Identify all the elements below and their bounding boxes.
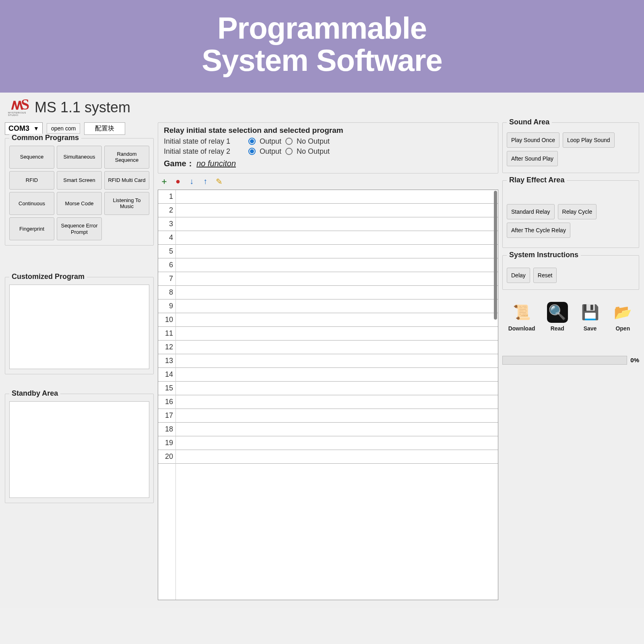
prog-seq-error-prompt[interactable]: Sequence Error Prompt — [57, 217, 102, 240]
relay1-no-output-label: No Output — [297, 137, 330, 146]
grid-row-number: 12 — [158, 341, 175, 354]
open-icon: 📂 — [612, 302, 633, 323]
relay1-no-output-radio[interactable] — [285, 138, 293, 145]
relay-state-title: Relay initial state selection and select… — [164, 126, 492, 135]
relay2-no-output-label: No Output — [297, 147, 330, 156]
prog-random-sequence[interactable]: Random Sequence — [104, 146, 149, 169]
download-action[interactable]: 📜 Download — [508, 302, 535, 332]
grid-row[interactable] — [176, 368, 498, 382]
save-action[interactable]: 💾 Save — [580, 302, 601, 332]
remove-icon[interactable]: ● — [173, 177, 183, 186]
read-action[interactable]: 🔍 Read — [547, 302, 568, 332]
common-programs-title: Common Programs — [9, 134, 81, 142]
grid-row[interactable] — [176, 382, 498, 395]
grid-row[interactable] — [176, 204, 498, 217]
action-row: 📜 Download 🔍 Read 💾 Save 📂 Open — [502, 302, 639, 332]
grid-row[interactable] — [176, 409, 498, 423]
common-programs-group: Common Programs Sequence Simultaneous Ra… — [5, 138, 154, 246]
logo-glyph: ʍS — [11, 98, 27, 110]
customized-program-area[interactable] — [9, 285, 149, 369]
after-sound-play-button[interactable]: After Sound Play — [507, 151, 558, 166]
relay2-no-output-radio[interactable] — [285, 148, 293, 155]
prog-rfid-multi-card[interactable]: RFID Multi Card — [104, 171, 149, 190]
grid-row-number: 8 — [158, 286, 175, 299]
grid-row[interactable] — [176, 436, 498, 450]
reset-button[interactable]: Reset — [533, 268, 557, 283]
grid-row-number: 9 — [158, 299, 175, 313]
grid-row[interactable] — [176, 286, 498, 299]
prog-morse-code[interactable]: Morse Code — [57, 192, 102, 215]
prog-continuous[interactable]: Continuous — [9, 192, 54, 215]
config-block-field[interactable]: 配置块 — [84, 122, 125, 135]
relay1-output-label: Output — [260, 137, 281, 146]
system-instructions-group: System Instructions Delay Reset — [502, 255, 639, 290]
grid-scrollbar[interactable] — [494, 191, 497, 320]
prog-smart-screen[interactable]: Smart Screen — [57, 171, 102, 190]
grid-row[interactable] — [176, 231, 498, 245]
after-cycle-relay-button[interactable]: After The Cycle Relay — [507, 223, 570, 238]
wand-icon[interactable]: ✎ — [214, 177, 224, 186]
app-title: MS 1.1 system — [35, 99, 130, 116]
play-sound-once-button[interactable]: Play Sound Once — [507, 132, 559, 148]
relay1-output-radio[interactable] — [248, 138, 256, 145]
progress-wrap: 0% — [502, 356, 639, 365]
grid-row[interactable] — [176, 423, 498, 436]
standby-area-group: Standby Area — [5, 394, 154, 503]
prog-simultaneous[interactable]: Simultaneous — [57, 146, 102, 169]
download-icon: 📜 — [511, 302, 532, 323]
grid-row-number: 7 — [158, 272, 175, 286]
delay-button[interactable]: Delay — [507, 268, 530, 283]
grid-row-number: 3 — [158, 217, 175, 231]
grid-row[interactable] — [176, 313, 498, 327]
com-port-select[interactable]: COM3▼ — [5, 122, 43, 135]
game-value: no funciton — [196, 159, 236, 168]
prog-fingerprint[interactable]: Fingerprint — [9, 217, 54, 240]
grid-row[interactable] — [176, 299, 498, 313]
relay-state-group: Relay initial state selection and select… — [158, 122, 498, 173]
prog-rfid[interactable]: RFID — [9, 171, 54, 190]
grid-row[interactable] — [176, 190, 498, 204]
grid-row[interactable] — [176, 258, 498, 272]
grid-row-number: 13 — [158, 354, 175, 368]
standby-area-title: Standby Area — [9, 389, 60, 398]
grid-row-number: 1 — [158, 190, 175, 204]
sound-area-title: Sound Area — [507, 118, 552, 126]
grid-row[interactable] — [176, 395, 498, 409]
grid-row[interactable] — [176, 272, 498, 286]
grid-row[interactable] — [176, 327, 498, 341]
open-com-button[interactable]: open com — [47, 123, 80, 134]
save-icon: 💾 — [580, 302, 601, 323]
grid-row[interactable] — [176, 354, 498, 368]
banner-title: ProgrammableSystem Software — [0, 12, 644, 76]
app-window: ʍS MYSTERIOUS STUDIO MS 1.1 system COM3▼… — [0, 93, 644, 608]
grid-row-number: 18 — [158, 423, 175, 436]
relay1-label: Initial state of relay 1 — [164, 137, 244, 146]
grid-toolbar: ＋ ● ↓ ↑ ✎ — [158, 173, 498, 190]
prog-listening-music[interactable]: Listening To Music — [104, 192, 149, 215]
app-header: ʍS MYSTERIOUS STUDIO MS 1.1 system — [0, 93, 644, 121]
grid-row-number: 15 — [158, 382, 175, 395]
grid-row[interactable] — [176, 245, 498, 258]
grid-row[interactable] — [176, 217, 498, 231]
grid-row-number: 11 — [158, 327, 175, 341]
move-down-icon[interactable]: ↓ — [187, 177, 196, 186]
grid-row-number: 14 — [158, 368, 175, 382]
grid-row-number: 5 — [158, 245, 175, 258]
move-up-icon[interactable]: ↑ — [200, 177, 210, 186]
relay2-label: Initial state of relay 2 — [164, 147, 244, 156]
program-grid[interactable]: 1234567891011121314151617181920 — [158, 190, 498, 600]
relay-cycle-button[interactable]: Relay Cycle — [558, 204, 597, 219]
prog-sequence[interactable]: Sequence — [9, 146, 54, 169]
loop-play-sound-button[interactable]: Loop Play Sound — [563, 132, 615, 148]
add-icon[interactable]: ＋ — [159, 177, 169, 186]
grid-row[interactable] — [176, 341, 498, 354]
grid-row[interactable] — [176, 450, 498, 464]
standby-area[interactable] — [9, 401, 149, 498]
read-icon: 🔍 — [547, 302, 568, 323]
customized-program-group: Customized Program — [5, 277, 154, 374]
banner: ProgrammableSystem Software — [0, 0, 644, 93]
standard-relay-button[interactable]: Standard Relay — [507, 204, 555, 219]
relay2-output-radio[interactable] — [248, 148, 256, 155]
open-action[interactable]: 📂 Open — [612, 302, 633, 332]
grid-row-number: 2 — [158, 204, 175, 217]
